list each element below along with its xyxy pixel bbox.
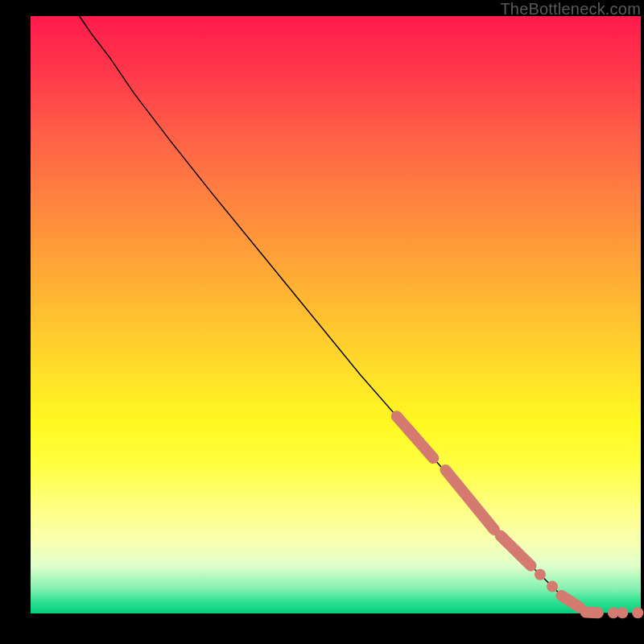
thick-segment-5 (586, 613, 598, 613)
thick-segment-2 (445, 470, 494, 530)
chart-stage: TheBottleneck.com (0, 0, 644, 644)
plot-area (31, 16, 641, 613)
dot-2 (547, 581, 558, 592)
series-curve (80, 16, 641, 613)
dot-5 (632, 607, 643, 618)
dot-4 (617, 607, 628, 618)
watermark-text: TheBottleneck.com (500, 0, 641, 19)
thick-segment-3 (501, 536, 531, 566)
series-markers (397, 416, 643, 618)
dot-1 (535, 569, 546, 580)
thick-segment-4 (561, 596, 580, 608)
chart-svg (31, 16, 641, 613)
thick-segment-1 (397, 416, 433, 458)
